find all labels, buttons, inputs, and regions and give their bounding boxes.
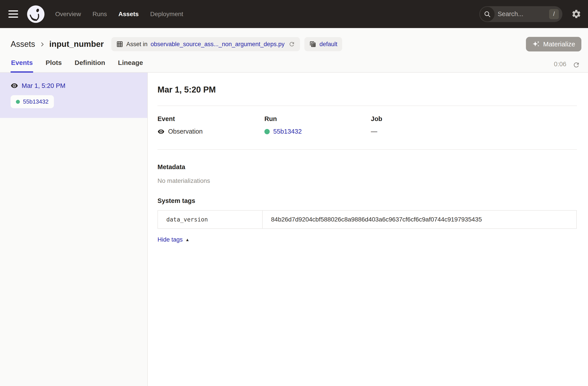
code-location-link[interactable]: observable_source_ass..._non_argument_de…: [151, 41, 285, 48]
event-list-item-selected[interactable]: Mar 1, 5:20 PM 55b13432: [0, 73, 147, 118]
search-input[interactable]: [495, 10, 549, 18]
system-tags-table: data_version 84b26d7d9204cbf588026c8a988…: [157, 210, 577, 229]
observation-eye-icon: [157, 128, 165, 135]
tab-events[interactable]: Events: [11, 57, 33, 73]
divider: [157, 105, 577, 106]
run-status-dot: [264, 129, 270, 134]
job-column-label: Job: [371, 115, 577, 122]
tag-value-cell: 84b26d7d9204cbf588026c8a9886d403a6c9637c…: [262, 210, 577, 228]
settings-gear-icon[interactable]: [571, 9, 581, 19]
nav-runs[interactable]: Runs: [93, 11, 107, 18]
run-id-label: 55b13432: [23, 98, 49, 105]
refresh-countdown: 0:06: [554, 61, 566, 68]
materialize-button[interactable]: Materialize: [526, 37, 581, 51]
asset-tabs: Events Plots Definition Lineage: [11, 57, 143, 72]
event-timestamp-link[interactable]: Mar 1, 5:20 PM: [22, 82, 65, 89]
asset-tabs-row: Events Plots Definition Lineage 0:06: [0, 53, 588, 73]
hide-tags-label: Hide tags: [157, 236, 183, 243]
table-grid-icon: [116, 41, 123, 48]
hide-tags-toggle[interactable]: Hide tags ▲: [157, 236, 189, 243]
event-type-value: Observation: [168, 128, 203, 135]
content-area: Mar 1, 5:20 PM 55b13432 Mar 1, 5:20 PM E…: [0, 73, 588, 386]
asset-header: Assets input_number Asset in observable_…: [0, 28, 588, 53]
tab-definition[interactable]: Definition: [74, 57, 105, 73]
layered-grid-icon: [309, 41, 316, 48]
run-column: Run 55b13432: [264, 115, 371, 135]
top-navigation-bar: Overview Runs Assets Deployment /: [0, 0, 588, 28]
nav-overview[interactable]: Overview: [55, 11, 81, 18]
run-id-pill[interactable]: 55b13432: [11, 95, 54, 108]
tag-key-cell: data_version: [158, 210, 262, 228]
tab-plots[interactable]: Plots: [45, 57, 62, 73]
breadcrumb: Assets input_number: [11, 40, 104, 49]
event-detail-panel: Mar 1, 5:20 PM Event Observation: [148, 73, 588, 386]
job-empty-value: —: [371, 128, 377, 135]
sparkles-icon: [532, 40, 540, 48]
run-status-dot: [16, 100, 20, 104]
observation-eye-icon: [11, 82, 18, 89]
event-summary-columns: Event Observation Run 55b13: [157, 115, 577, 135]
table-row: data_version 84b26d7d9204cbf588026c8a988…: [158, 210, 577, 228]
event-list-sidebar: Mar 1, 5:20 PM 55b13432: [0, 73, 148, 386]
materialize-label: Materialize: [543, 41, 575, 48]
search-shortcut-key: /: [549, 9, 559, 19]
metadata-empty-state: No materializations: [157, 177, 577, 184]
group-badge: default: [304, 37, 342, 51]
divider: [157, 149, 577, 150]
breadcrumb-assets-link[interactable]: Assets: [11, 40, 35, 49]
reload-location-icon[interactable]: [289, 41, 295, 47]
nav-assets[interactable]: Assets: [118, 11, 139, 18]
dagster-logo[interactable]: [26, 4, 45, 24]
hamburger-menu-icon[interactable]: [8, 10, 18, 18]
run-id-link[interactable]: 55b13432: [273, 128, 302, 135]
nav-deployment[interactable]: Deployment: [150, 11, 183, 18]
search-icon: [480, 7, 495, 21]
asset-location-prefix: Asset in: [126, 41, 147, 48]
system-tags-heading: System tags: [157, 197, 577, 204]
event-column-label: Event: [157, 115, 264, 122]
group-default-link[interactable]: default: [319, 41, 337, 48]
asset-name: input_number: [49, 40, 104, 49]
asset-location-badge: Asset in observable_source_ass..._non_ar…: [111, 37, 300, 51]
metadata-heading: Metadata: [157, 163, 577, 171]
global-search[interactable]: /: [479, 6, 562, 22]
event-detail-title: Mar 1, 5:20 PM: [157, 85, 577, 95]
caret-up-icon: ▲: [185, 237, 189, 242]
primary-nav: Overview Runs Assets Deployment: [55, 11, 183, 18]
job-column: Job —: [371, 115, 577, 135]
event-column: Event Observation: [157, 115, 264, 135]
run-column-label: Run: [264, 115, 371, 122]
chevron-right-icon: [39, 41, 45, 47]
refresh-icon[interactable]: [572, 61, 580, 69]
tab-lineage[interactable]: Lineage: [118, 57, 143, 73]
